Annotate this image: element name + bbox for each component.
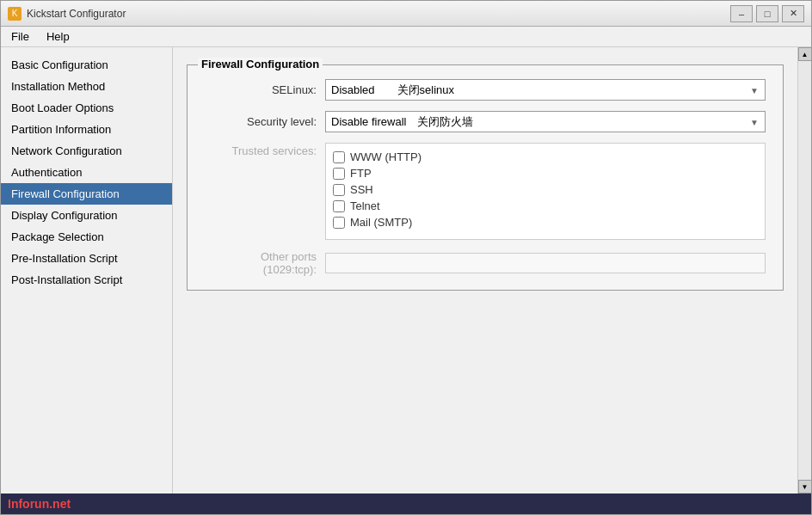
main-content: Firewall Configuration SELinux: Disabled… [173, 47, 797, 494]
checkbox-ftp-label: FTP [350, 167, 372, 180]
sidebar-item-display-configuration[interactable]: Display Configuration [1, 205, 172, 226]
other-ports-label: Other ports (1029:tcp): [205, 250, 317, 276]
minimize-button[interactable]: – [730, 5, 753, 22]
main-window: K Kickstart Configurator – □ ✕ File Help… [0, 0, 812, 515]
sidebar-item-authentication[interactable]: Authentication [1, 162, 172, 183]
checkbox-row-telnet: Telnet [333, 199, 758, 212]
security-level-label: Security level: [205, 115, 317, 128]
checkbox-www-label: WWW (HTTP) [350, 150, 421, 163]
checkbox-ssh[interactable] [333, 184, 345, 196]
sidebar-item-post-installation-script[interactable]: Post-Installation Script [1, 269, 172, 291]
checkbox-www[interactable] [333, 151, 345, 163]
maximize-button[interactable]: □ [756, 5, 778, 22]
menu-help[interactable]: Help [40, 28, 77, 45]
other-ports-row: Other ports (1029:tcp): [205, 250, 766, 276]
firewall-configuration-box: Firewall Configuration SELinux: Disabled… [187, 64, 784, 291]
sidebar-item-basic-configuration[interactable]: Basic Configuration [1, 54, 172, 76]
window-title: Kickstart Configurator [27, 8, 126, 20]
scroll-down-button[interactable]: ▼ [798, 480, 812, 494]
checkboxes-area: WWW (HTTP) FTP SSH Telnet [325, 143, 766, 240]
sidebar-item-pre-installation-script[interactable]: Pre-Installation Script [1, 248, 172, 269]
other-ports-input[interactable] [325, 253, 766, 273]
checkbox-row-ftp: FTP [333, 167, 758, 180]
checkbox-row-www: WWW (HTTP) [333, 150, 758, 163]
checkbox-row-smtp: Mail (SMTP) [333, 216, 758, 229]
sidebar-item-firewall-configuration[interactable]: Firewall Configuration [1, 183, 172, 205]
app-icon: K [8, 7, 22, 21]
security-level-select-wrapper: Disable firewall 关闭防火墙 Enable firewall [325, 111, 766, 132]
sidebar-item-boot-loader-options[interactable]: Boot Loader Options [1, 97, 172, 119]
security-level-row: Security level: Disable firewall 关闭防火墙 E… [205, 111, 766, 132]
bottom-bar: Inforun.net [1, 494, 811, 514]
menu-file[interactable]: File [4, 28, 36, 45]
content-area: Basic Configuration Installation Method … [1, 47, 811, 494]
close-button[interactable]: ✕ [782, 5, 804, 22]
sidebar: Basic Configuration Installation Method … [1, 47, 173, 494]
title-bar-left: K Kickstart Configurator [8, 7, 126, 21]
checkbox-row-ssh: SSH [333, 183, 758, 196]
sidebar-item-package-selection[interactable]: Package Selection [1, 226, 172, 248]
checkbox-telnet-label: Telnet [350, 199, 380, 212]
checkbox-smtp[interactable] [333, 217, 345, 229]
sidebar-item-partition-information[interactable]: Partition Information [1, 119, 172, 140]
selinux-select[interactable]: Disabled 关闭selinux Enforcing Permissive [325, 79, 766, 101]
selinux-label: SELinux: [205, 83, 317, 96]
section-box-title: Firewall Configuration [198, 58, 323, 71]
window-controls: – □ ✕ [730, 5, 804, 22]
title-bar: K Kickstart Configurator – □ ✕ [1, 1, 811, 27]
checkbox-telnet[interactable] [333, 200, 345, 212]
sidebar-item-network-configuration[interactable]: Network Configuration [1, 140, 172, 162]
checkbox-ftp[interactable] [333, 168, 345, 180]
menu-bar: File Help [1, 27, 811, 47]
sidebar-item-installation-method[interactable]: Installation Method [1, 76, 172, 97]
trusted-services-section: Trusted services: WWW (HTTP) FTP SSH [205, 143, 766, 240]
checkbox-ssh-label: SSH [350, 183, 373, 196]
scroll-up-button[interactable]: ▲ [798, 47, 812, 61]
bottom-text: Inforun.net [8, 497, 71, 511]
selinux-row: SELinux: Disabled 关闭selinux Enforcing Pe… [205, 79, 766, 101]
checkbox-smtp-label: Mail (SMTP) [350, 216, 412, 229]
security-level-select[interactable]: Disable firewall 关闭防火墙 Enable firewall [325, 111, 766, 132]
right-scrollbar: ▲ ▼ [797, 47, 811, 494]
selinux-select-wrapper: Disabled 关闭selinux Enforcing Permissive [325, 79, 766, 101]
trusted-services-label: Trusted services: [205, 143, 317, 157]
